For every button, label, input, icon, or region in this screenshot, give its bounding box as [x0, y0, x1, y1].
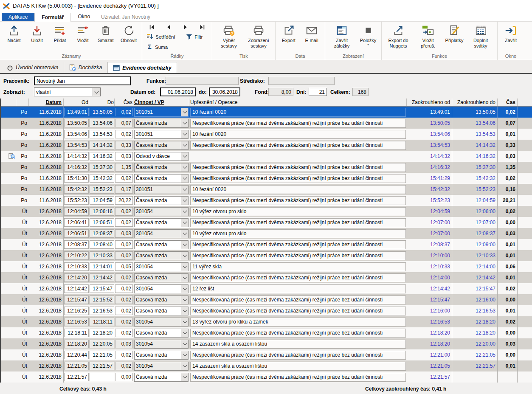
activity-select[interactable]: 301051 — [134, 185, 189, 194]
header-zaokrouhleno-do[interactable]: Zaokrouhleno do — [452, 98, 498, 106]
table-row[interactable]: Po 11.6.2018 14:16:32 15:37:30 1,35 Časo… — [1, 162, 532, 173]
cell-od-input[interactable]: 12:14:20 — [64, 273, 89, 282]
cell-od-input[interactable]: 13:49:01 — [64, 108, 89, 116]
cell-od-input[interactable]: 12:18:11 — [64, 329, 89, 337]
zavrit-okno-button[interactable]: Zavřít — [499, 23, 522, 44]
activity-select[interactable]: 301054 — [134, 229, 189, 238]
cell-do-input[interactable]: 13:54:53 — [90, 130, 114, 138]
table-row[interactable]: Po 11.6.2018 15:52:23 12:04:59 20,22 Čas… — [1, 195, 532, 206]
activity-select[interactable]: Časová mzda — [134, 373, 189, 382]
activity-select[interactable]: Časová mzda — [134, 273, 189, 282]
activity-select[interactable]: Časová mzda — [134, 307, 189, 315]
cell-do-input[interactable]: 12:21:05 — [90, 351, 114, 359]
cell-do-input[interactable]: 12:04:59 — [90, 196, 114, 205]
last-record-button[interactable] — [199, 24, 205, 31]
activity-select[interactable]: Časová mzda — [134, 296, 189, 304]
cell-do-input[interactable]: 12:18:11 — [90, 318, 114, 326]
table-row[interactable]: Út 12.6.2018 12:10:33 12:14:01 0,05 3010… — [1, 261, 532, 272]
activity-select[interactable]: Časová mzda — [134, 174, 189, 183]
doplnit-svatky-button[interactable]: Doplnit svátky — [466, 23, 495, 49]
cell-od-input[interactable]: 12:20:44 — [64, 351, 89, 359]
cell-do-input[interactable]: 12:21:57 — [90, 362, 114, 370]
cell-od-input[interactable]: 14:16:32 — [64, 163, 89, 172]
prev-record-button[interactable] — [166, 24, 172, 31]
header-cas2[interactable]: Čas — [498, 98, 518, 106]
cell-od-input[interactable]: 12:06:51 — [64, 229, 89, 238]
cell-od-input[interactable]: 12:21:05 — [64, 362, 89, 370]
export-button[interactable]: Export — [277, 23, 300, 44]
zobrazeni-sestavy-button[interactable]: Zobrazení sestavy — [244, 23, 273, 49]
activity-select[interactable]: 301054 — [134, 362, 189, 371]
activity-select[interactable]: Časová mzda — [134, 163, 189, 172]
activity-select[interactable]: 301051 — [134, 130, 189, 139]
cell-do-input[interactable]: 13:54:06 — [90, 119, 114, 127]
cell-do-input[interactable]: 12:18:20 — [90, 329, 114, 337]
cell-do-input[interactable]: 12:16:53 — [90, 307, 114, 315]
activity-select[interactable]: Časová mzda — [134, 351, 189, 360]
cell-do-input[interactable]: 12:14:01 — [90, 262, 114, 271]
menu-okno[interactable]: Okno — [71, 12, 97, 21]
vlozit-prerus-button[interactable]: Vložit přeruš. — [413, 23, 443, 49]
table-row[interactable]: Út 12.6.2018 12:20:44 12:21:05 0,02 Časo… — [1, 349, 532, 360]
cell-od-input[interactable]: 12:10:22 — [64, 251, 89, 260]
header-od[interactable]: Od — [64, 98, 89, 106]
tab-evidence-dochazky[interactable]: Evidence docházky — [107, 62, 177, 73]
cell-od-input[interactable]: 12:06:41 — [64, 218, 89, 227]
table-row[interactable]: Po 11.6.2018 13:54:06 13:54:53 0,02 3010… — [1, 129, 532, 140]
setrideni-button[interactable]: Setřídění — [146, 32, 180, 42]
cell-od-input[interactable]: 14:14:32 — [64, 152, 89, 160]
table-row[interactable]: Út 12.6.2018 12:16:25 12:16:53 0,02 Časo… — [1, 305, 532, 316]
activity-select[interactable]: Časová mzda — [134, 141, 189, 150]
priplatky-button[interactable]: Příplatky — [443, 23, 466, 44]
table-row[interactable]: Út 12.6.2018 12:14:20 12:14:42 0,02 Časo… — [1, 272, 532, 283]
suma-button[interactable]: Σ Suma — [146, 42, 180, 52]
zavrit-zalozky-button[interactable]: Zavřít záložky — [327, 23, 357, 49]
table-row[interactable]: Út 12.6.2018 12:18:20 12:20:05 0,03 3010… — [1, 338, 532, 349]
cell-od-input[interactable]: 12:04:59 — [64, 207, 89, 216]
header-cinnost[interactable]: Činnost / VP — [133, 98, 189, 106]
pracovnik-input[interactable] — [34, 76, 131, 85]
table-row[interactable]: Út 12.6.2018 12:14:42 12:15:47 0,02 3010… — [1, 283, 532, 294]
activity-select[interactable]: 301054 — [134, 207, 189, 216]
table-row[interactable]: Po 11.6.2018 15:41:30 15:42:32 0,02 Časo… — [1, 173, 532, 184]
cell-do-input[interactable]: 15:37:30 — [90, 163, 114, 172]
tab-dochazka[interactable]: Docházka — [64, 62, 108, 73]
activity-select[interactable]: 301054 — [134, 262, 189, 271]
header-upresneni[interactable]: Upřesnění / Operace — [189, 98, 407, 106]
cell-od-input[interactable]: 12:10:33 — [64, 262, 89, 271]
activity-select[interactable]: 301054 — [134, 318, 189, 326]
obnovit-button[interactable]: Obnovit — [117, 23, 140, 44]
cell-do-input[interactable]: 14:16:32 — [90, 152, 114, 160]
cell-do-input[interactable]: 12:15:52 — [90, 296, 114, 304]
activity-select[interactable]: Časová mzda — [134, 119, 189, 128]
activity-select[interactable]: 301054 — [134, 340, 189, 349]
menu-formular[interactable]: Formulář — [34, 13, 71, 22]
pridat-button[interactable]: Přidat — [48, 23, 71, 44]
activity-select[interactable]: Časová mzda — [134, 240, 189, 249]
table-row[interactable]: Út 12.6.2018 12:04:59 12:06:16 0,02 3010… — [1, 206, 532, 217]
cell-do-input[interactable]: 13:50:05 — [90, 108, 114, 116]
cell-do-input[interactable]: 12:14:42 — [90, 273, 114, 282]
export-nuggets-button[interactable]: Export do Nuggets — [383, 23, 413, 49]
cell-od-input[interactable]: 12:14:42 — [64, 284, 89, 293]
header-datum[interactable]: Datum — [29, 98, 64, 106]
cell-od-input[interactable]: 15:41:30 — [64, 174, 89, 183]
activity-select[interactable]: Odvod v dávce — [134, 152, 189, 161]
cell-do-input[interactable]: 12:20:05 — [90, 340, 114, 348]
table-row[interactable]: Út 12.6.2018 12:06:51 12:08:37 0,03 3010… — [1, 228, 532, 239]
cell-do-input[interactable]: 15:42:32 — [90, 174, 114, 183]
tab-uvodni-obrazovka[interactable]: Úvodní obrazovka — [2, 62, 64, 73]
table-row[interactable]: Po 11.6.2018 13:54:53 14:14:32 0,33 Časo… — [1, 140, 532, 151]
table-row[interactable]: Út 12.6.2018 12:18:11 12:18:20 0,02 Časo… — [1, 327, 532, 338]
cell-od-input[interactable]: 15:42:32 — [64, 185, 89, 194]
table-row[interactable]: Út 12.6.2018 12:21:57 0,00 Časová mzda N… — [1, 371, 532, 383]
menu-aplikace[interactable]: Aplikace — [2, 13, 34, 21]
ulozit-button[interactable]: Uložit — [25, 23, 48, 44]
cell-do-input[interactable]: 12:06:16 — [90, 207, 114, 216]
datum-od-input[interactable] — [160, 87, 196, 96]
cell-od-input[interactable]: 15:52:23 — [64, 196, 89, 205]
cell-od-input[interactable]: 12:18:20 — [64, 340, 89, 348]
table-row[interactable]: Út 12.6.2018 12:16:53 12:18:11 0,02 3010… — [1, 316, 532, 327]
vlozit-button[interactable]: Vložit — [71, 23, 94, 44]
first-record-button[interactable] — [149, 24, 155, 31]
